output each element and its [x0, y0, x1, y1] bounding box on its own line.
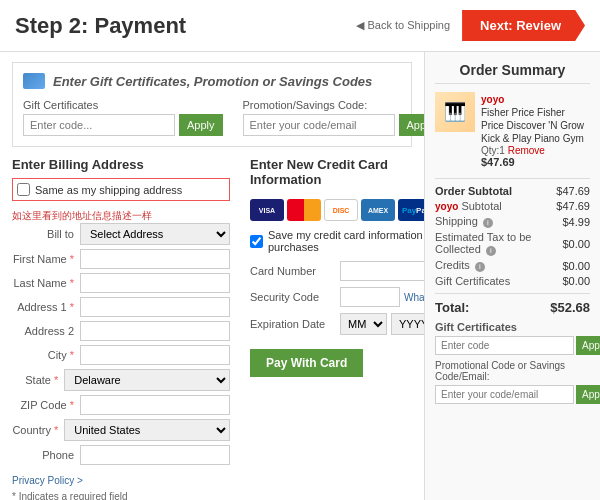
save-card-checkbox[interactable]	[250, 235, 263, 248]
address1-label: Address 1 *	[12, 301, 80, 313]
order-summary-panel: Order Summary 🎹 yoyo Fisher Price Fisher…	[425, 52, 600, 500]
total-row: Total: $52.68	[435, 300, 590, 315]
product-price: $47.69	[481, 156, 590, 168]
city-label: City *	[12, 349, 80, 361]
pay-with-card-button[interactable]: Pay With Card	[250, 349, 363, 377]
billing-section: Enter Billing Address Same as my shippin…	[12, 157, 230, 500]
same-address-label: Same as my shipping address	[35, 184, 182, 196]
bottom-gift-input[interactable]	[435, 336, 574, 355]
shipping-row: Shipping i $4.99	[435, 215, 590, 228]
tax-value: $0.00	[562, 238, 590, 250]
bottom-promo-input[interactable]	[435, 385, 574, 404]
city-input[interactable]	[80, 345, 230, 365]
amex-icon: AMEX	[361, 199, 395, 221]
address1-row: Address 1 *	[12, 297, 230, 317]
product-image: 🎹	[435, 92, 475, 132]
total-label: Total:	[435, 300, 469, 315]
first-name-input[interactable]	[80, 249, 230, 269]
same-address-row: Same as my shipping address	[12, 178, 230, 201]
security-code-input[interactable]	[340, 287, 400, 307]
yoyo-badge: yoyo	[481, 94, 504, 105]
product-info: yoyo Fisher Price Fisher Price Discover …	[481, 92, 590, 168]
card-number-label: Card Number	[250, 265, 340, 277]
save-card-text: Save my credit card information for futu…	[268, 229, 425, 253]
promo-field: Promotion/Savings Code: Apply	[243, 99, 425, 136]
address1-input[interactable]	[80, 297, 230, 317]
total-divider	[435, 293, 590, 294]
shipping-value: $4.99	[562, 216, 590, 228]
page: Step 2: Payment Back to Shipping Next: R…	[0, 0, 600, 500]
gift-section-title: Enter Gift Certificates, Promotion or Sa…	[53, 74, 372, 89]
city-row: City *	[12, 345, 230, 365]
credits-info-icon[interactable]: i	[475, 262, 485, 272]
back-to-shipping-link[interactable]: Back to Shipping	[356, 19, 450, 32]
billing-title: Enter Billing Address	[12, 157, 230, 172]
subtotal-label: Order Subtotal	[435, 185, 512, 197]
yoyo-subtotal-value: $47.69	[556, 200, 590, 212]
tax-info-icon[interactable]: i	[486, 246, 496, 256]
cc-icons-row: VISA MC DISC AMEX PayPal	[250, 199, 425, 221]
same-address-checkbox[interactable]	[17, 183, 30, 196]
product-name: Fisher Price Fisher Price Discover 'N Gr…	[481, 106, 590, 145]
exp-year-select[interactable]: YYYY	[391, 313, 425, 335]
expiration-inputs: MM YYYY	[340, 313, 425, 335]
credits-value: $0.00	[562, 260, 590, 272]
bottom-gift-section: Gift Certificates Apply Promotional Code…	[435, 321, 590, 404]
required-note: * Indicates a required field	[12, 491, 230, 500]
zip-label: ZIP Code *	[12, 399, 80, 411]
billing-cc-row: Enter Billing Address Same as my shippin…	[12, 157, 412, 500]
promo-input-row: Apply	[243, 114, 425, 136]
exp-month-select[interactable]: MM	[340, 313, 387, 335]
page-title: Step 2: Payment	[15, 13, 186, 39]
credits-label: Credits i	[435, 259, 485, 272]
state-select[interactable]: Delaware	[64, 369, 230, 391]
promo-apply-button[interactable]: Apply	[399, 114, 425, 136]
phone-row: Phone	[12, 445, 230, 465]
remove-item-link[interactable]: Remove	[508, 145, 545, 156]
last-name-row: Last Name *	[12, 273, 230, 293]
address2-label: Address 2	[12, 325, 80, 337]
country-label: Country *	[12, 424, 64, 436]
bill-to-select[interactable]: Select Address	[80, 223, 230, 245]
country-select[interactable]: United States	[64, 419, 230, 441]
state-row: State * Delaware	[12, 369, 230, 391]
last-name-label: Last Name *	[12, 277, 80, 289]
phone-input[interactable]	[80, 445, 230, 465]
bill-to-label: Bill to	[12, 228, 80, 240]
gift-cert-summary-label: Gift Certificates	[435, 275, 510, 287]
bottom-promo-input-row: Apply	[435, 385, 590, 404]
gift-section: Enter Gift Certificates, Promotion or Sa…	[12, 62, 412, 147]
gift-cert-label: Gift Certificates	[23, 99, 223, 111]
gift-cert-input[interactable]	[23, 114, 175, 136]
last-name-input[interactable]	[80, 273, 230, 293]
zip-input[interactable]	[80, 395, 230, 415]
gift-cert-summary-value: $0.00	[562, 275, 590, 287]
total-value: $52.68	[550, 300, 590, 315]
whats-this-link[interactable]: What's This	[404, 292, 425, 303]
first-name-label: First Name *	[12, 253, 80, 265]
zip-row: ZIP Code *	[12, 395, 230, 415]
bottom-promo-apply-button[interactable]: Apply	[576, 385, 600, 404]
yoyo-subtotal-label: yoyo Subtotal	[435, 200, 502, 212]
shipping-label: Shipping i	[435, 215, 493, 228]
cc-section: Enter New Credit Card Information 适储付款方式…	[240, 157, 425, 500]
country-row: Country * United States	[12, 419, 230, 441]
promo-input[interactable]	[243, 114, 395, 136]
header: Step 2: Payment Back to Shipping Next: R…	[0, 0, 600, 52]
main-content: Enter Gift Certificates, Promotion or Sa…	[0, 52, 600, 500]
gift-cert-apply-button[interactable]: Apply	[179, 114, 223, 136]
tax-row: Estimated Tax to be Collected i $0.00	[435, 231, 590, 256]
state-label: State *	[12, 374, 64, 386]
save-card-row: Save my credit card information for futu…	[250, 229, 425, 253]
next-review-button[interactable]: Next: Review	[462, 10, 585, 41]
shipping-info-icon[interactable]: i	[483, 218, 493, 228]
gift-cert-input-row: Apply	[23, 114, 223, 136]
bottom-gift-input-row: Apply	[435, 336, 590, 355]
bottom-gift-apply-button[interactable]: Apply	[576, 336, 600, 355]
subtotal-row: Order Subtotal $47.69	[435, 185, 590, 197]
card-number-input[interactable]	[340, 261, 425, 281]
gift-cert-field: Gift Certificates Apply	[23, 99, 223, 136]
address2-input[interactable]	[80, 321, 230, 341]
privacy-policy-link[interactable]: Privacy Policy >	[12, 475, 83, 486]
gift-inputs-row: Gift Certificates Apply Promotion/Saving…	[23, 99, 401, 136]
